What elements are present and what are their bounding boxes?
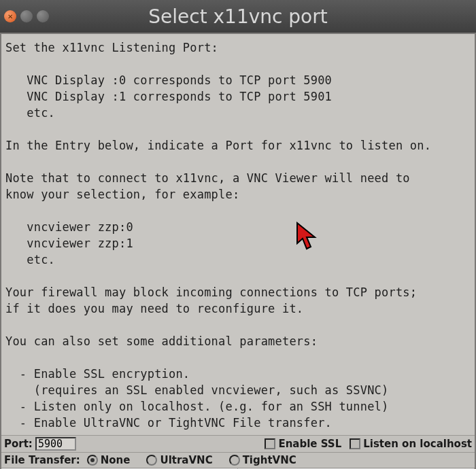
window-maximize-button[interactable] bbox=[37, 10, 49, 22]
port-row: Port: Enable SSL Listen on localhost bbox=[1, 435, 475, 453]
enable-ssl-checkbox[interactable]: Enable SSL bbox=[265, 438, 341, 450]
listen-localhost-label: Listen on localhost bbox=[363, 438, 472, 450]
radio-icon bbox=[87, 455, 98, 466]
dialog-body-text: Set the x11vnc Listening Port: VNC Displ… bbox=[1, 34, 475, 435]
radio-icon bbox=[146, 455, 157, 466]
file-transfer-row: File Transfer: None UltraVNC TightVNC bbox=[1, 453, 475, 468]
window-title: Select x11vnc port bbox=[0, 5, 476, 28]
titlebar: ✕ Select x11vnc port bbox=[0, 0, 476, 33]
file-transfer-none-radio[interactable]: None bbox=[87, 454, 131, 466]
file-transfer-ultravnc-label: UltraVNC bbox=[160, 454, 212, 466]
radio-icon bbox=[229, 455, 240, 466]
file-transfer-tightvnc-label: TightVNC bbox=[243, 454, 296, 466]
port-input[interactable] bbox=[35, 437, 76, 451]
checkbox-icon bbox=[350, 438, 360, 449]
file-transfer-none-label: None bbox=[101, 454, 131, 466]
file-transfer-label: File Transfer: bbox=[4, 454, 80, 466]
window-minimize-button[interactable] bbox=[20, 10, 33, 22]
enable-ssl-label: Enable SSL bbox=[278, 438, 341, 450]
listen-localhost-checkbox[interactable]: Listen on localhost bbox=[350, 438, 472, 450]
checkbox-icon bbox=[265, 438, 275, 449]
window-close-button[interactable]: ✕ bbox=[4, 10, 16, 22]
file-transfer-ultravnc-radio[interactable]: UltraVNC bbox=[146, 454, 212, 466]
dialog-frame: Set the x11vnc Listening Port: VNC Displ… bbox=[0, 33, 476, 469]
port-label: Port: bbox=[4, 438, 33, 450]
file-transfer-tightvnc-radio[interactable]: TightVNC bbox=[229, 454, 296, 466]
